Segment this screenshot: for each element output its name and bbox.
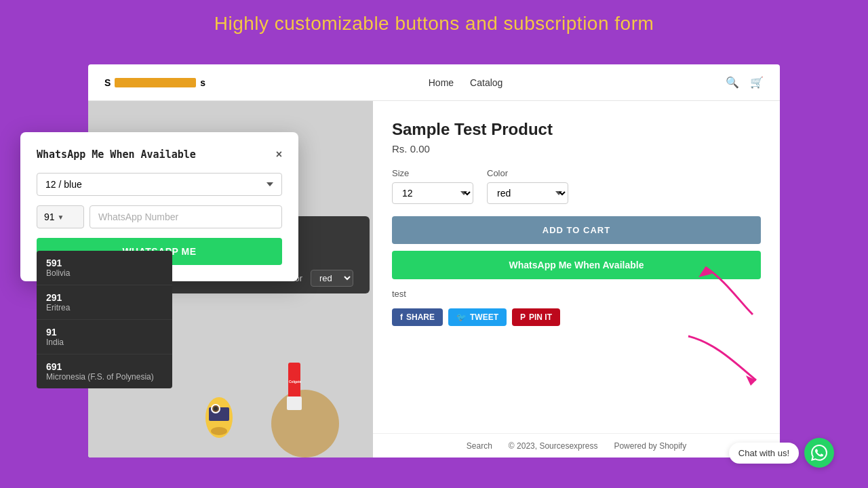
search-icon[interactable]: 🔍 [726,76,739,89]
size-select[interactable]: 12 14 16 [392,182,473,204]
svg-marker-14 [698,267,712,277]
chat-widget[interactable]: Chat with us! [729,438,834,468]
footer-powered: Powered by Shopify [614,441,686,451]
modal-header: WhatsApp Me When Available × [37,148,282,161]
overlay-color-select[interactable]: red blue [311,270,353,287]
footer-search[interactable]: Search [467,441,492,451]
pinterest-share-button[interactable]: P PIN IT [512,308,560,326]
pinterest-icon: P [520,312,526,322]
size-option-group: Size 12 14 16 [392,168,473,204]
country-name-bolivia: Bolivia [46,268,163,278]
nav-catalog[interactable]: Catalog [470,77,502,88]
facebook-icon: f [400,312,403,322]
svg-text:Colgate: Colgate [289,380,302,384]
footer-copyright: © 2023, Sourcesexpress [509,441,598,451]
country-dropdown: 591 Bolivia 291 Eritrea 91 India 691 Mic… [37,251,172,388]
product-detail-panel: Sample Test Product Rs. 0.00 Size 12 14 … [373,101,780,458]
modal-title: WhatsApp Me When Available [37,148,196,161]
phone-number-input[interactable] [90,205,282,228]
shop-footer: Search © 2023, Sourcesexpress Powered by… [373,433,780,458]
country-code-india: 91 [46,327,163,338]
nav-home[interactable]: Home [429,77,454,88]
country-code-bolivia: 591 [46,258,163,268]
svg-point-9 [211,427,227,435]
svg-point-8 [214,407,218,411]
shop-logo: S s [104,77,205,88]
facebook-share-button[interactable]: f SHARE [392,308,443,326]
country-name-eritrea: Eritrea [46,303,163,312]
hand-area: Colgate [251,336,359,458]
size-label: Size [392,168,473,178]
logo-text-right: s [200,77,205,88]
product-title: Sample Test Product [392,120,761,139]
variant-select[interactable]: 12 / blue 12 / red 14 / blue [37,173,282,196]
shop-navbar: S s Home Catalog 🔍 🛒 [88,64,780,101]
cart-icon[interactable]: 🛒 [750,76,764,89]
svg-rect-12 [287,396,302,410]
color-option-group: Color red blue [487,168,568,204]
country-name-india: India [46,338,163,347]
top-banner: Highly customizable buttons and subscrip… [0,0,868,47]
options-row: Size 12 14 16 Color red blue [392,168,761,204]
twitter-share-button[interactable]: 🐦 TWEET [448,308,507,326]
phone-row: 91 ▼ [37,205,282,228]
country-item-eritrea[interactable]: 291 Eritrea [37,285,172,320]
country-item-india[interactable]: 91 India [37,320,172,354]
country-code-eritrea: 291 [46,292,163,303]
country-item-micronesia[interactable]: 691 Micronesia (F.S. of Polynesia) [37,354,172,388]
whatsapp-chat-icon[interactable] [804,438,834,468]
arrow-1 [685,260,766,331]
country-item-bolivia[interactable]: 591 Bolivia [37,251,172,285]
page-wrapper: Highly customizable buttons and subscrip… [0,0,868,47]
banner-title: Highly customizable buttons and subscrip… [214,13,654,35]
minion-figure [202,394,236,444]
svg-point-10 [271,390,339,458]
chevron-down-icon: ▼ [58,214,64,221]
color-select[interactable]: red blue [487,182,568,204]
product-price: Rs. 0.00 [392,143,761,155]
nav-icons: 🔍 🛒 [726,76,764,89]
modal-close-button[interactable]: × [276,148,282,161]
chat-bubble[interactable]: Chat with us! [729,443,799,464]
color-label: Color [487,168,568,178]
add-to-cart-button[interactable]: ADD TO CART [392,216,761,244]
country-code-button[interactable]: 91 ▼ [37,205,84,228]
twitter-icon: 🐦 [456,312,467,322]
country-name-micronesia: Micronesia (F.S. of Polynesia) [46,372,163,382]
country-code-value: 91 [44,211,55,222]
country-code-micronesia: 691 [46,361,163,372]
logo-bar [115,78,196,87]
nav-links: Home Catalog [429,77,503,88]
logo-text-left: S [104,77,111,88]
arrow-2 [682,329,770,393]
